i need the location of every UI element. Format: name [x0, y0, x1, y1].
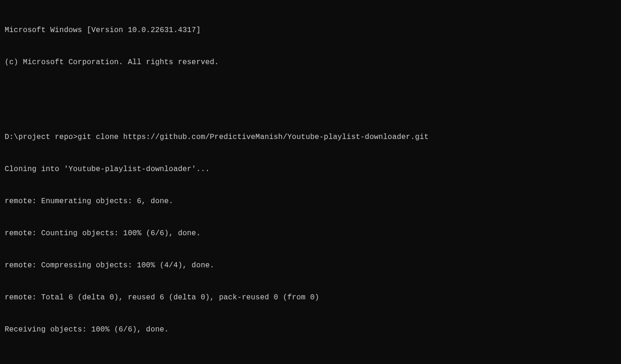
output-line: remote: Compressing objects: 100% (4/4),…	[5, 260, 616, 271]
output-line: Cloning into 'Youtube-playlist-downloade…	[5, 164, 616, 175]
command-line-1: D:\project repo>git clone https://github…	[5, 132, 616, 143]
command-1: git clone https://github.com/PredictiveM…	[78, 132, 429, 143]
output-line: remote: Counting objects: 100% (6/6), do…	[5, 228, 616, 239]
blank-line	[5, 357, 616, 364]
version-line: Microsoft Windows [Version 10.0.22631.43…	[5, 25, 616, 36]
terminal-window[interactable]: Microsoft Windows [Version 10.0.22631.43…	[5, 4, 616, 364]
copyright-line: (c) Microsoft Corporation. All rights re…	[5, 57, 616, 68]
blank-line	[5, 89, 616, 100]
output-line: remote: Enumerating objects: 6, done.	[5, 196, 616, 207]
output-line: remote: Total 6 (delta 0), reused 6 (del…	[5, 292, 616, 303]
prompt-1: D:\project repo>	[5, 132, 78, 143]
output-line: Receiving objects: 100% (6/6), done.	[5, 324, 616, 335]
